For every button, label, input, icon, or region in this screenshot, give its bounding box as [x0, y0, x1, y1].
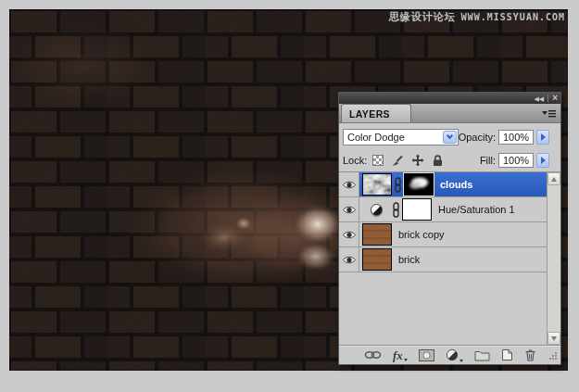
panel-resize-grip[interactable]	[548, 350, 558, 360]
lock-fill-row: Lock: Fill: 100%	[339, 147, 560, 172]
opacity-input[interactable]: 100%	[498, 130, 534, 145]
layer-name[interactable]: brick	[398, 254, 420, 265]
blend-mode-select[interactable]: Color Dodge	[343, 129, 459, 145]
panel-title: LAYERS	[349, 108, 390, 120]
close-panel-icon[interactable]: ×	[552, 94, 558, 103]
layer-thumbnail-clouds[interactable]	[362, 173, 392, 196]
layer-thumbnail-brick[interactable]	[362, 248, 392, 271]
layer-thumbnail-brick[interactable]	[362, 223, 392, 246]
half-circle-icon	[371, 204, 383, 216]
opacity-label: Opacity:	[459, 132, 496, 143]
eye-icon	[342, 230, 357, 240]
layer-style-fx-icon[interactable]: fx	[393, 350, 408, 360]
panel-bottom-toolbar: fx	[339, 345, 560, 364]
scroll-down-button[interactable]	[548, 332, 560, 345]
titlebar-divider	[548, 95, 548, 102]
adjustment-layer-icon[interactable]	[362, 204, 390, 216]
panel-titlebar: ◀◀ ×	[339, 93, 560, 104]
panel-menu-icon[interactable]	[542, 109, 556, 118]
layer-controls: Color Dodge Opacity: 100% Lock:	[339, 123, 560, 172]
panel-tab-row: LAYERS	[339, 104, 560, 123]
layer-row-hue-saturation[interactable]: Hue/Saturation 1	[339, 197, 547, 222]
layer-row-brick-copy[interactable]: brick copy	[339, 222, 547, 247]
eye-icon	[342, 255, 357, 265]
blend-opacity-row: Color Dodge Opacity: 100%	[339, 127, 560, 147]
layer-name[interactable]: clouds	[440, 179, 472, 190]
opacity-slider-button[interactable]	[536, 130, 549, 145]
lock-transparent-pixels-icon[interactable]	[372, 155, 384, 166]
layer-list: clouds	[339, 172, 560, 345]
menu-arrow-icon	[459, 360, 463, 362]
visibility-toggle[interactable]	[339, 222, 359, 247]
new-group-icon[interactable]	[474, 349, 490, 361]
layers-panel: ◀◀ × LAYERS Color Dodge Opacity: 100%	[338, 92, 561, 365]
watermark: 思缘设计论坛WWW.MISSYUAN.COM	[389, 10, 565, 24]
watermark-site-url: WWW.MISSYUAN.COM	[461, 12, 565, 22]
arrow-up-icon	[551, 177, 557, 182]
eye-icon	[342, 180, 357, 190]
delete-layer-icon[interactable]	[524, 348, 536, 361]
add-layer-mask-icon[interactable]	[419, 349, 434, 361]
opacity-value: 100%	[503, 132, 529, 143]
arrow-right-icon	[541, 157, 546, 164]
lock-all-padlock-icon[interactable]	[432, 154, 444, 167]
fill-input[interactable]: 100%	[498, 153, 534, 168]
fill-slider-button[interactable]	[536, 153, 549, 168]
watermark-site-name: 思缘设计论坛	[389, 11, 456, 23]
chevron-down-icon	[447, 133, 453, 139]
scroll-up-button[interactable]	[548, 172, 560, 185]
visibility-toggle[interactable]	[339, 197, 359, 221]
layer-name[interactable]: Hue/Saturation 1	[438, 204, 515, 215]
lock-position-move-icon[interactable]	[411, 154, 424, 167]
blend-mode-dropdown-button[interactable]	[443, 131, 457, 144]
mask-link-icon[interactable]	[394, 177, 402, 193]
fx-label: fx	[393, 350, 403, 360]
menu-arrow-icon	[404, 359, 408, 361]
lock-label: Lock:	[343, 155, 367, 166]
layer-name[interactable]: brick copy	[398, 229, 445, 240]
fill-label: Fill:	[480, 155, 496, 166]
eye-icon	[342, 205, 357, 215]
layer-mask-thumbnail-white[interactable]	[402, 198, 432, 221]
visibility-toggle[interactable]	[339, 172, 359, 196]
mask-link-icon[interactable]	[392, 202, 400, 218]
link-layers-icon[interactable]	[364, 350, 382, 360]
collapse-panel-icon[interactable]: ◀◀	[534, 95, 544, 102]
screenshot-root: { "watermark": { "site_name": "思缘设计论坛", …	[0, 0, 579, 392]
layer-row-clouds[interactable]: clouds	[339, 172, 547, 197]
layer-list-scrollbar[interactable]	[547, 172, 560, 345]
new-adjustment-layer-icon[interactable]	[446, 348, 463, 361]
lock-image-pixels-brush-icon[interactable]	[391, 154, 404, 167]
blend-mode-value: Color Dodge	[347, 132, 405, 143]
arrow-down-icon	[551, 336, 557, 341]
new-layer-icon[interactable]	[501, 348, 513, 361]
visibility-toggle[interactable]	[339, 247, 359, 272]
tab-layers[interactable]: LAYERS	[341, 104, 411, 122]
layer-mask-thumbnail-clouds[interactable]	[404, 173, 434, 196]
arrow-right-icon	[541, 133, 546, 141]
layer-row-brick[interactable]: brick	[339, 247, 547, 272]
fill-value: 100%	[503, 155, 529, 166]
